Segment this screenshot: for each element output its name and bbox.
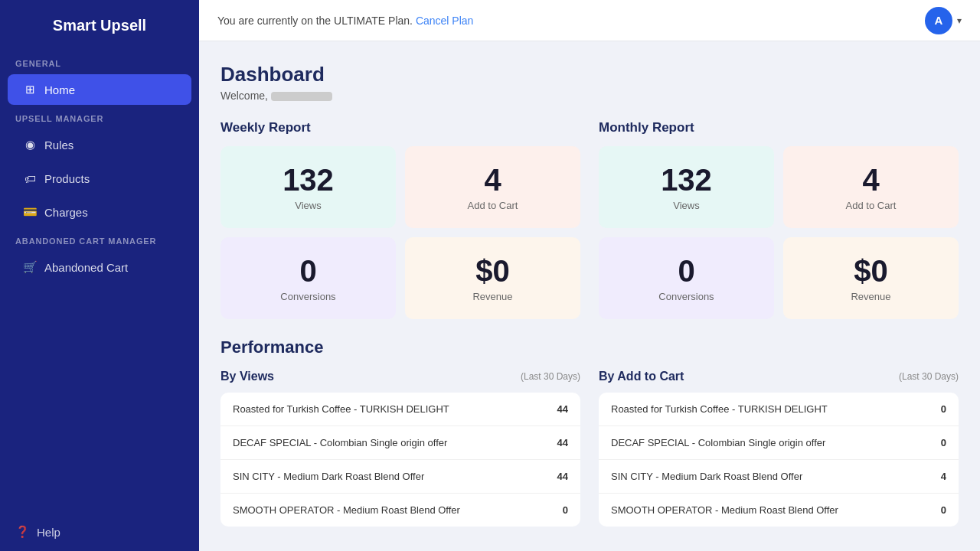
username-blur <box>271 92 332 101</box>
weekly-add-to-cart-card: 4 Add to Cart <box>405 146 580 228</box>
weekly-views-number: 132 <box>283 163 334 197</box>
home-icon: ⊞ <box>23 83 37 96</box>
row-value: 4 <box>941 471 946 482</box>
table-row: SIN CITY - Medium Dark Roast Blend Offer… <box>220 460 580 494</box>
weekly-conversions-label: Conversions <box>280 291 335 302</box>
sidebar-section-general: GENERAL <box>0 51 199 73</box>
monthly-conversions-card: 0 Conversions <box>599 237 774 319</box>
monthly-add-to-cart-number: 4 <box>862 163 879 197</box>
monthly-conversions-label: Conversions <box>658 291 714 302</box>
reports-row: Weekly Report 132 Views 4 Add to Cart 0 … <box>220 120 959 319</box>
rules-icon: ◉ <box>23 138 37 152</box>
row-value: 44 <box>557 403 568 415</box>
welcome-label: Welcome, <box>220 90 268 102</box>
weekly-report-title: Weekly Report <box>220 120 580 135</box>
row-name: SMOOTH OPERATOR - Medium Roast Blend Off… <box>611 504 929 516</box>
sidebar-charges-label: Charges <box>44 206 88 219</box>
row-name: Roasted for Turkish Coffee - TURKISH DEL… <box>611 403 929 415</box>
sidebar-section-abandoned: ABANDONED CART MANAGER <box>0 229 199 250</box>
welcome-text: Welcome, <box>220 90 959 102</box>
by-views-title: By Views <box>220 370 274 383</box>
sidebar-item-rules[interactable]: ◉ Rules <box>8 129 191 160</box>
weekly-views-label: Views <box>295 200 321 211</box>
performance-grid: By Views (Last 30 Days) Roasted for Turk… <box>220 370 959 527</box>
monthly-views-label: Views <box>673 200 699 211</box>
row-value: 0 <box>941 403 946 415</box>
table-row: SMOOTH OPERATOR - Medium Roast Blend Off… <box>220 494 580 527</box>
by-views-table: Roasted for Turkish Coffee - TURKISH DEL… <box>220 393 580 527</box>
page-title: Dashboard <box>220 63 959 86</box>
monthly-conversions-number: 0 <box>678 254 694 288</box>
charges-icon: 💳 <box>23 205 37 219</box>
weekly-conversions-number: 0 <box>299 254 316 288</box>
user-avatar[interactable]: A <box>925 7 952 34</box>
by-views-header: By Views (Last 30 Days) <box>220 370 580 383</box>
monthly-views-card: 132 Views <box>599 146 774 228</box>
topbar: You are currently on the ULTIMATE Plan. … <box>199 0 980 41</box>
weekly-revenue-number: $0 <box>475 254 510 288</box>
cancel-plan-link[interactable]: Cancel Plan <box>416 15 474 27</box>
sidebar-item-charges[interactable]: 💳 Charges <box>8 197 191 227</box>
by-add-to-cart-period: (Last 30 Days) <box>899 371 959 382</box>
weekly-conversions-card: 0 Conversions <box>220 237 396 319</box>
table-row: SMOOTH OPERATOR - Medium Roast Blend Off… <box>599 494 959 527</box>
row-name: DECAF SPECIAL - Colombian Single origin … <box>233 437 545 448</box>
by-add-to-cart-table: Roasted for Turkish Coffee - TURKISH DEL… <box>599 393 959 527</box>
abandoned-cart-icon: 🛒 <box>23 260 37 274</box>
row-name: Roasted for Turkish Coffee - TURKISH DEL… <box>233 403 545 415</box>
sidebar-home-label: Home <box>44 83 75 96</box>
avatar-chevron-icon[interactable]: ▾ <box>957 15 962 26</box>
sidebar-help-label: Help <box>37 526 60 539</box>
row-name: SIN CITY - Medium Dark Roast Blend Offer <box>611 471 929 482</box>
by-add-to-cart-section: By Add to Cart (Last 30 Days) Roasted fo… <box>599 370 959 527</box>
row-name: SMOOTH OPERATOR - Medium Roast Blend Off… <box>233 504 550 516</box>
monthly-add-to-cart-card: 4 Add to Cart <box>783 146 959 228</box>
app-title: Smart Upsell <box>0 0 199 51</box>
monthly-add-to-cart-label: Add to Cart <box>846 200 897 211</box>
by-views-period: (Last 30 Days) <box>521 371 580 382</box>
weekly-report: Weekly Report 132 Views 4 Add to Cart 0 … <box>220 120 580 319</box>
monthly-views-number: 132 <box>661 163 712 197</box>
row-value: 0 <box>941 504 946 516</box>
monthly-stats-grid: 132 Views 4 Add to Cart 0 Conversions $0… <box>599 146 959 319</box>
weekly-add-to-cart-number: 4 <box>484 163 501 197</box>
sidebar-abandoned-cart-label: Abandoned Cart <box>44 261 128 274</box>
row-value: 0 <box>563 504 568 516</box>
dashboard-content: Dashboard Welcome, Weekly Report 132 Vie… <box>199 41 980 551</box>
help-icon: ❓ <box>15 525 29 539</box>
row-value: 0 <box>941 437 946 448</box>
table-row: Roasted for Turkish Coffee - TURKISH DEL… <box>220 393 580 426</box>
monthly-revenue-card: $0 Revenue <box>783 237 959 319</box>
by-add-to-cart-header: By Add to Cart (Last 30 Days) <box>599 370 959 383</box>
sidebar-item-products[interactable]: 🏷 Products <box>8 163 191 194</box>
sidebar-rules-label: Rules <box>44 139 74 152</box>
topbar-right: A ▾ <box>925 7 962 34</box>
performance-title: Performance <box>220 337 959 357</box>
row-value: 44 <box>557 471 568 482</box>
help-button[interactable]: ❓ Help <box>0 513 199 551</box>
weekly-stats-grid: 132 Views 4 Add to Cart 0 Conversions $0… <box>220 146 580 319</box>
plan-message: You are currently on the ULTIMATE Plan. … <box>217 15 473 27</box>
sidebar-section-upsell: UPSELL MANAGER <box>0 106 199 128</box>
monthly-revenue-label: Revenue <box>851 291 890 302</box>
products-icon: 🏷 <box>23 171 37 185</box>
monthly-report-title: Monthly Report <box>599 120 959 135</box>
sidebar-products-label: Products <box>44 172 90 185</box>
sidebar-item-home[interactable]: ⊞ Home <box>8 74 191 105</box>
table-row: Roasted for Turkish Coffee - TURKISH DEL… <box>599 393 959 426</box>
row-name: SIN CITY - Medium Dark Roast Blend Offer <box>233 471 545 482</box>
main-content: You are currently on the ULTIMATE Plan. … <box>199 0 980 551</box>
plan-text: You are currently on the ULTIMATE Plan. <box>217 15 413 27</box>
by-add-to-cart-title: By Add to Cart <box>599 370 684 383</box>
row-value: 44 <box>557 437 568 448</box>
sidebar: Smart Upsell GENERAL ⊞ Home UPSELL MANAG… <box>0 0 199 551</box>
weekly-add-to-cart-label: Add to Cart <box>468 200 518 211</box>
weekly-revenue-label: Revenue <box>472 291 512 302</box>
table-row: DECAF SPECIAL - Colombian Single origin … <box>220 426 580 460</box>
table-row: DECAF SPECIAL - Colombian Single origin … <box>599 426 959 460</box>
monthly-report: Monthly Report 132 Views 4 Add to Cart 0… <box>599 120 959 319</box>
table-row: SIN CITY - Medium Dark Roast Blend Offer… <box>599 460 959 494</box>
by-views-section: By Views (Last 30 Days) Roasted for Turk… <box>220 370 580 527</box>
row-name: DECAF SPECIAL - Colombian Single origin … <box>611 437 929 448</box>
sidebar-item-abandoned-cart[interactable]: 🛒 Abandoned Cart <box>8 252 191 282</box>
